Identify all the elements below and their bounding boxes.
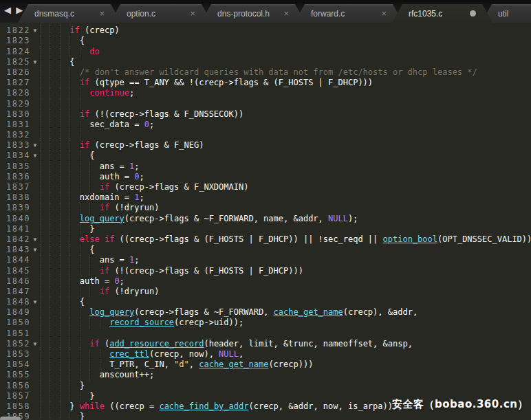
token: (crecp->flags & ~F_FORWARD,: [134, 307, 273, 317]
code-editor[interactable]: 18211822▼ if (crecp)1823 {1824 do1825▼ {…: [0, 23, 531, 420]
fold-arrow-icon[interactable]: ▼: [30, 140, 40, 151]
indent-guide: [60, 307, 61, 318]
token: option_bool: [383, 234, 437, 244]
close-icon[interactable]: ×: [376, 9, 387, 18]
code-line: 1829: [0, 99, 531, 109]
line-number: 1840: [0, 214, 30, 224]
indent-guide: [40, 401, 41, 412]
indent-guide: [50, 214, 50, 224]
tab-rfc1035-c[interactable]: rfc1035.c: [392, 4, 492, 23]
gutter: 1854: [0, 360, 40, 370]
gutter: 1839: [0, 203, 40, 213]
fold-spacer: [30, 162, 40, 172]
fold-arrow-icon[interactable]: ▼: [30, 234, 40, 245]
code-text: }: [40, 412, 531, 420]
fold-spacer: [30, 329, 40, 339]
indent-guide: [50, 297, 50, 307]
indent-guide: [40, 109, 41, 120]
indent-guide: [80, 307, 80, 318]
gutter: 1856: [0, 381, 40, 391]
line-number: 1822: [0, 25, 30, 36]
tab-label: forward.c: [311, 9, 345, 19]
token: (crecp), &addr,: [343, 307, 418, 317]
indent-guide: [60, 162, 61, 172]
indent-guide: [50, 339, 50, 349]
code-line: 1859 }: [0, 412, 531, 420]
tab-label: util: [498, 9, 508, 19]
token: ;: [140, 172, 144, 181]
token: log_query: [80, 214, 124, 223]
code-line: 1824 do: [0, 47, 531, 57]
fold-arrow-icon[interactable]: ▼: [30, 297, 40, 307]
indent-guide: [60, 234, 61, 245]
token: (!dryrun): [109, 287, 159, 296]
indent-guide: [50, 360, 50, 370]
close-icon[interactable]: ×: [184, 9, 195, 18]
indent-guide: [69, 151, 70, 161]
gutter: 1841: [0, 224, 40, 234]
code-line: 1833▼ if (crecp->flags & F_NEG): [0, 140, 531, 151]
code-text: if (!dryrun): [40, 287, 531, 297]
indent-guide: [40, 287, 41, 297]
back-arrow-icon[interactable]: ◀: [4, 5, 11, 15]
code-line: 1827 if (qtype == T_ANY && !(crecp->flag…: [0, 78, 531, 88]
forward-arrow-icon[interactable]: ▶: [16, 5, 23, 15]
fold-arrow-icon[interactable]: ▼: [30, 25, 40, 36]
gutter: 1858: [0, 401, 40, 412]
indent-guide: [40, 276, 41, 287]
code-line: 1845 if (!(crecp->flags & (F_HOSTS | F_D…: [0, 266, 531, 276]
token: cache_find_by_addr: [159, 401, 248, 411]
indent-guide: [89, 266, 90, 276]
token: if: [100, 203, 109, 212]
code-text: [40, 130, 531, 140]
gutter: 1834▼: [0, 151, 40, 161]
line-number: 1823: [0, 36, 30, 46]
token: ,: [239, 349, 243, 359]
code-text: {: [40, 57, 531, 67]
line-number: 1831: [0, 120, 30, 130]
indent-guide: [60, 370, 61, 380]
token: if: [89, 339, 99, 349]
indent-guide: [60, 339, 61, 349]
indent-guide: [80, 339, 80, 349]
token: if: [80, 78, 89, 87]
indent-guide: [60, 140, 61, 151]
line-number: 1830: [0, 109, 30, 120]
indent-guide: [100, 318, 100, 328]
indent-guide: [40, 318, 41, 328]
token: (qtype == T_ANY && !(crecp->flags & (F_H…: [89, 78, 373, 87]
indent-guide: [69, 391, 70, 401]
tab-dns-protocol-h[interactable]: dns-protocol.h×: [201, 4, 305, 23]
indent-guide: [69, 255, 70, 265]
indent-guide: [80, 88, 80, 98]
token: ,: [189, 360, 199, 369]
indent-guide: [69, 276, 70, 287]
fold-arrow-icon[interactable]: ▼: [30, 57, 40, 67]
code-line: 1856 }: [0, 381, 531, 391]
fold-spacer: [30, 381, 40, 391]
horizontal-scrollbar-thumb[interactable]: [0, 417, 21, 420]
close-icon[interactable]: ×: [94, 9, 105, 18]
close-icon[interactable]: ×: [278, 9, 289, 18]
fold-spacer: [30, 203, 40, 213]
indent-guide: [100, 349, 100, 360]
indent-guide: [60, 47, 61, 57]
fold-arrow-icon[interactable]: ▼: [30, 245, 40, 255]
indent-guide: [40, 99, 41, 109]
indent-guide: [60, 255, 61, 265]
tab-forward-c[interactable]: forward.c×: [294, 4, 403, 23]
indent-guide: [50, 329, 50, 339]
indent-guide: [69, 78, 70, 88]
code-line: 1855 anscount++;: [0, 370, 531, 380]
line-number: 1843: [0, 245, 30, 255]
line-number: 1858: [0, 401, 30, 412]
line-number: 1856: [0, 381, 30, 391]
fold-arrow-icon[interactable]: ▼: [30, 339, 40, 349]
tab-dnsmasq-c[interactable]: dnsmasq.c×: [18, 4, 121, 23]
tab-option-c[interactable]: option.c×: [110, 4, 212, 23]
gutter: 1833▼: [0, 140, 40, 151]
indent-guide: [50, 401, 50, 412]
code-line: 1854 T_PTR, C_IN, "d", cache_get_name(cr…: [0, 360, 531, 370]
indent-guide: [89, 349, 90, 360]
fold-arrow-icon[interactable]: ▼: [30, 151, 40, 161]
